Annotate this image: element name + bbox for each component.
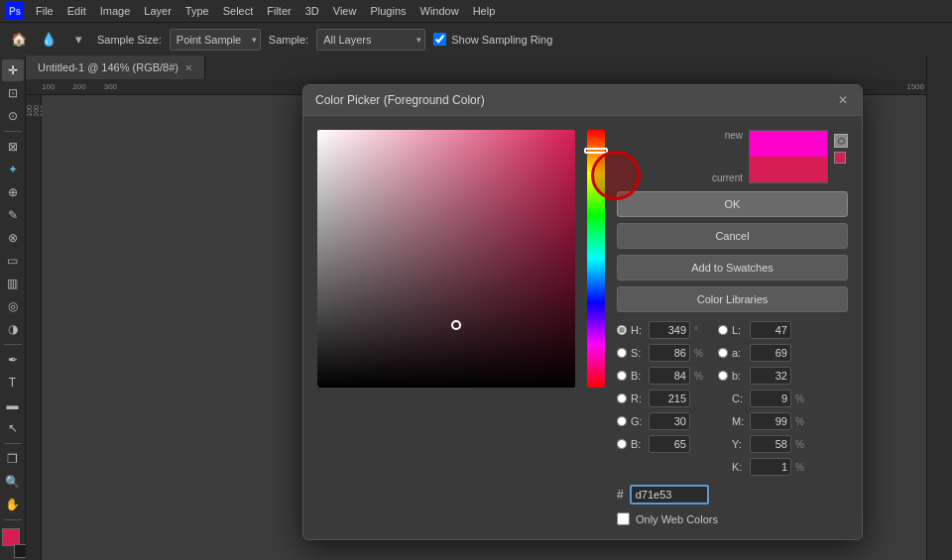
cv-input-g[interactable] <box>649 412 690 430</box>
cv-unit-h: ° <box>694 325 704 336</box>
menu-3d[interactable]: 3D <box>299 3 325 19</box>
show-ring-checkbox[interactable] <box>433 33 446 46</box>
tool-separator-1 <box>4 131 22 132</box>
sample-size-select[interactable]: Point Sample <box>170 29 261 51</box>
eyedropper-tool[interactable]: ✦ <box>2 159 24 180</box>
heal-tool[interactable]: ⊕ <box>2 181 24 203</box>
menu-type[interactable]: Type <box>179 3 215 19</box>
document-tab[interactable]: Untitled-1 @ 146% (RGB/8#) ✕ <box>26 56 205 79</box>
cv-radio-l[interactable] <box>718 325 728 335</box>
menu-layer[interactable]: Layer <box>138 3 178 19</box>
menu-select[interactable]: Select <box>217 3 260 19</box>
menu-filter[interactable]: Filter <box>261 3 297 19</box>
clone-tool[interactable]: ⊗ <box>2 227 24 249</box>
cv-input-y[interactable] <box>750 435 791 453</box>
cv-input-r[interactable] <box>649 390 690 407</box>
home-icon-btn[interactable]: 🏠 <box>8 29 30 51</box>
color-gradient-field[interactable] <box>317 130 575 388</box>
3d-tool[interactable]: ❐ <box>2 448 24 470</box>
new-color-box[interactable] <box>750 131 827 157</box>
cv-radio-b[interactable] <box>617 371 627 381</box>
cv-input-l[interactable] <box>750 321 791 339</box>
move-tool[interactable]: ✛ <box>2 59 24 81</box>
pen-tool[interactable]: ✒ <box>2 349 24 371</box>
menu-plugins[interactable]: Plugins <box>364 3 412 19</box>
cv-label-a: a: <box>732 347 746 359</box>
tool-dropdown-btn[interactable]: ▾ <box>67 29 89 51</box>
tool-separator-3 <box>4 443 22 444</box>
cv-input-c[interactable] <box>750 390 791 407</box>
menu-image[interactable]: Image <box>94 3 137 19</box>
cv-section-left-right: H: ° S: % <box>617 320 848 477</box>
cv-label-s: S: <box>631 347 645 359</box>
direct-tool[interactable]: ↖ <box>2 417 24 439</box>
dialog-body: new current ⬡ OK Cancel <box>303 116 862 539</box>
dialog-header: Color Picker (Foreground Color) ✕ <box>303 85 862 116</box>
ruler-tick: 100 <box>42 82 55 91</box>
cv-input-b2[interactable] <box>649 435 690 453</box>
cv-row-b3: b: <box>718 366 805 386</box>
cv-label-b2: B: <box>631 438 645 450</box>
menu-view[interactable]: View <box>327 3 363 19</box>
cancel-button[interactable]: Cancel <box>617 223 848 249</box>
cv-unit-y: % <box>795 439 805 450</box>
blur-tool[interactable]: ◎ <box>2 295 24 317</box>
menu-file[interactable]: File <box>30 3 60 19</box>
cv-radio-b3[interactable] <box>718 371 728 381</box>
cv-input-a[interactable] <box>750 344 791 362</box>
cv-radio-a[interactable] <box>718 348 728 358</box>
shape-tool[interactable]: ▬ <box>2 394 24 416</box>
cv-label-k: K: <box>732 461 746 473</box>
menu-window[interactable]: Window <box>415 3 465 19</box>
hand-tool[interactable]: ✋ <box>2 494 24 515</box>
sample-size-label: Sample Size: <box>97 34 162 46</box>
zoom-tool[interactable]: 🔍 <box>2 471 24 493</box>
eraser-tool[interactable]: ▭ <box>2 250 24 272</box>
dodge-tool[interactable]: ◑ <box>2 318 24 340</box>
tab-close-btn[interactable]: ✕ <box>184 62 192 73</box>
tab-title: Untitled-1 @ 146% (RGB/8#) <box>38 61 178 73</box>
eyedropper-tool-btn[interactable]: 💧 <box>38 29 60 51</box>
cv-col-left: H: ° S: % <box>617 320 704 477</box>
text-tool[interactable]: T <box>2 372 24 393</box>
cv-label-h: H: <box>631 324 645 336</box>
color-cube-icon: ⬡ <box>834 134 848 148</box>
hex-input[interactable] <box>630 485 709 504</box>
cv-row-g: G: <box>617 411 704 431</box>
cv-radio-h[interactable] <box>617 325 627 335</box>
cv-radio-s[interactable] <box>617 348 627 358</box>
menu-edit[interactable]: Edit <box>61 3 92 19</box>
brush-tool[interactable]: ✎ <box>2 204 24 226</box>
cv-radio-g[interactable] <box>617 416 627 426</box>
cv-input-h[interactable] <box>649 321 690 339</box>
crop-tool[interactable]: ⊠ <box>2 136 24 158</box>
toolbar-bar: 🏠 💧 ▾ Sample Size: Point Sample Sample: … <box>0 22 952 56</box>
cv-row-l: L: <box>718 320 805 340</box>
hue-slider[interactable] <box>587 130 605 388</box>
sample-value-select[interactable]: All Layers <box>316 29 425 51</box>
cv-unit-c: % <box>795 393 805 404</box>
cv-input-k[interactable] <box>750 458 791 476</box>
cv-input-s[interactable] <box>649 344 690 362</box>
cv-radio-r[interactable] <box>617 393 627 403</box>
ok-button[interactable]: OK <box>617 191 848 217</box>
color-libraries-button[interactable]: Color Libraries <box>617 286 848 312</box>
dialog-title: Color Picker (Foreground Color) <box>315 93 485 107</box>
cv-input-b[interactable] <box>649 367 690 385</box>
color-picker-dialog[interactable]: Color Picker (Foreground Color) ✕ new <box>302 84 863 540</box>
add-to-swatches-button[interactable]: Add to Swatches <box>617 255 848 280</box>
dialog-close-btn[interactable]: ✕ <box>836 93 850 107</box>
gradient-tool[interactable]: ▥ <box>2 273 24 294</box>
cv-input-m[interactable] <box>750 412 791 430</box>
color-values: H: ° S: % <box>617 320 848 525</box>
current-color-box[interactable] <box>750 157 827 182</box>
cv-radio-b2[interactable] <box>617 439 627 449</box>
cv-input-b3[interactable] <box>750 367 791 385</box>
menu-help[interactable]: Help <box>467 3 502 19</box>
lasso-tool[interactable]: ⊙ <box>2 105 24 127</box>
only-web-checkbox[interactable] <box>617 512 630 525</box>
only-web-row: Only Web Colors <box>617 512 848 525</box>
cv-row-b: B: % <box>617 366 704 386</box>
selection-tool[interactable]: ⊡ <box>2 82 24 104</box>
new-color-label: new <box>712 130 743 141</box>
